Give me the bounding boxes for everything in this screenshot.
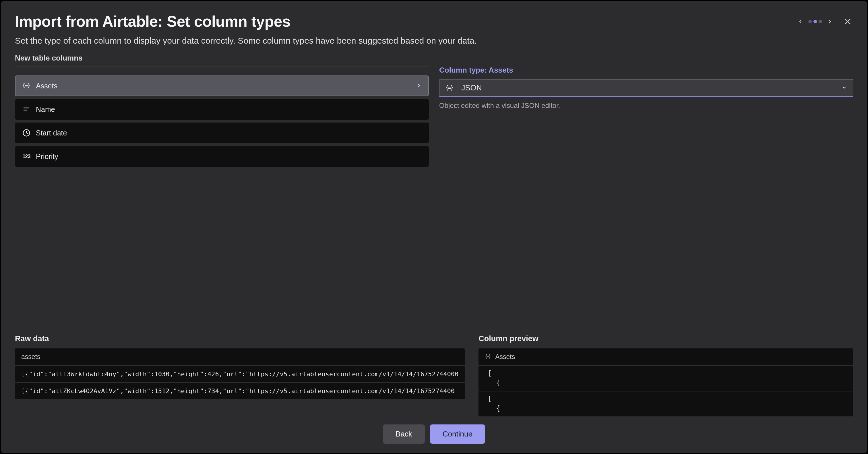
preview-row: [ { [478,391,853,416]
modal-header: Import from Airtable: Set column types [1,1,867,36]
preview-table: Assets [ { [ { [478,348,853,416]
column-item-label: Assets [36,82,57,90]
step-dot-3 [818,20,822,23]
column-list: Assets Name Start date [15,75,429,167]
raw-data-table: assets [{"id":"attf3Wrktdwbtc4ny","width… [15,348,465,399]
preview-header: Assets [478,348,853,365]
raw-data-row: [{"id":"attZKcLw4O2AvA1Vz","width":1512,… [15,383,465,399]
column-item-start-date[interactable]: Start date [15,123,429,143]
column-type-select[interactable]: JSON [439,79,853,97]
type-description: Object edited with a visual JSON editor. [439,102,853,109]
raw-data-row: [{"id":"attf3Wrktdwbtc4ny","width":1030,… [15,366,465,382]
preview-heading: Column preview [478,334,853,343]
text-icon [22,105,31,114]
type-heading: Column type: Assets [439,66,853,75]
preview-row: [ { [478,366,853,391]
modal-title: Import from Airtable: Set column types [15,12,290,30]
columns-panel: New table columns Assets Name [15,54,429,334]
json-icon [485,354,491,360]
preview-panel: Column preview Assets [ { [ { [478,334,853,416]
svg-point-2 [25,86,26,86]
column-item-name[interactable]: Name [15,99,429,120]
chevron-right-icon [416,82,422,90]
divider [15,67,429,67]
continue-button[interactable]: Continue [430,424,485,444]
step-dot-1 [808,20,812,23]
modal-footer: Back Continue [1,416,867,453]
modal-subtitle: Set the type of each column to display y… [1,36,867,54]
column-item-assets[interactable]: Assets [15,75,429,96]
chevron-left-icon [797,19,804,25]
back-button[interactable]: Back [383,424,425,444]
json-icon [22,82,31,90]
step-dot-2 [813,20,817,23]
svg-point-3 [26,86,27,86]
preview-header-label: Assets [495,353,515,361]
svg-point-4 [27,86,28,86]
close-icon [843,17,852,26]
column-item-label: Start date [36,129,67,137]
step-indicator [796,17,834,26]
raw-data-header: assets [15,348,465,365]
column-item-label: Name [36,105,55,114]
step-dots [808,20,822,23]
chevron-right-icon [827,19,833,25]
import-modal: Import from Airtable: Set column types [1,1,867,453]
prev-step-button[interactable] [796,17,805,26]
svg-point-12 [488,356,488,357]
type-select-label: JSON [461,84,482,92]
svg-point-9 [449,88,450,88]
close-button[interactable] [842,16,853,27]
clock-icon [22,129,31,137]
json-icon [445,84,454,92]
column-item-label: Priority [36,152,58,161]
next-step-button[interactable] [826,17,834,26]
lower-panels: Raw data assets [{"id":"attf3Wrktdwbtc4n… [1,334,867,416]
columns-section-label: New table columns [15,54,429,63]
svg-point-8 [448,88,448,88]
raw-data-heading: Raw data [15,334,465,343]
header-controls [796,12,853,27]
svg-point-10 [451,88,451,88]
number-icon: 123 [22,152,31,161]
modal-body: New table columns Assets Name [1,54,867,334]
svg-point-13 [489,356,489,357]
column-item-priority[interactable]: 123 Priority [15,146,429,167]
raw-data-panel: Raw data assets [{"id":"attf3Wrktdwbtc4n… [15,334,465,416]
type-panel: Column type: Assets JSON Object edited w… [439,54,853,334]
chevron-down-icon [841,84,847,92]
